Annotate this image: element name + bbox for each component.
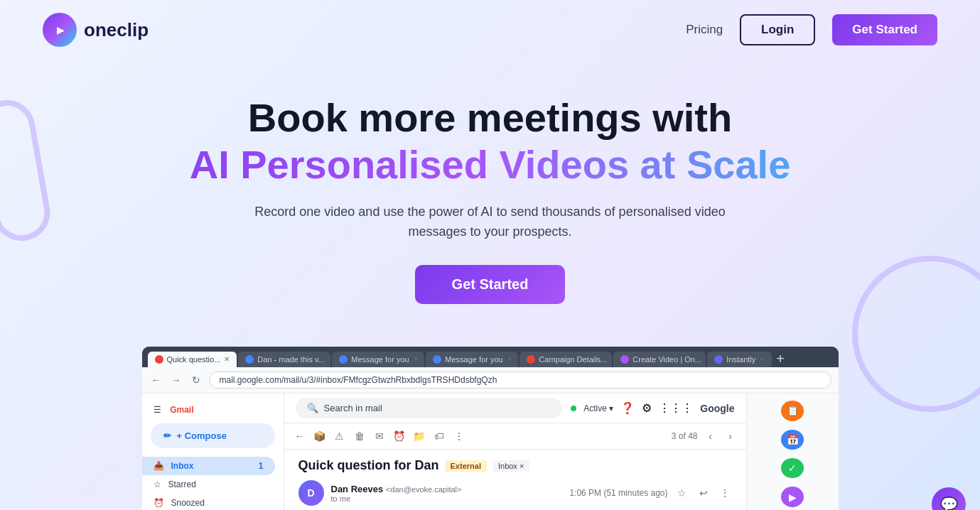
tab-favicon-2 [339,355,348,364]
gmail-menu-icon[interactable]: ☰ Gmail [142,399,284,421]
tab-label-0: Quick questio... [167,355,221,364]
logo-area[interactable]: oneclip [43,13,149,47]
apps-icon[interactable]: ⋮⋮⋮ [659,401,693,415]
tab-close-6[interactable]: ✕ [759,355,765,363]
tab-close-2[interactable]: ✕ [413,355,419,363]
gmail-content: ☰ Gmail ✏ + Compose 📥 Inbox 1 ☆ Starred … [142,394,839,510]
back-arrow-icon[interactable]: ← [293,429,307,443]
settings-icon[interactable]: ⚙ [642,401,652,415]
pricing-link[interactable]: Pricing [686,23,723,37]
status-dot [571,406,576,411]
browser-nav-bar: ← → ↻ mail.google.com/mail/u/3/#inbox/FM… [142,367,839,394]
tab-label-2: Message for you [351,355,409,364]
email-subject-row: Quick question for Dan External Inbox × [298,458,732,473]
back-button[interactable]: ← [149,373,163,387]
sender-row: D Dan Reeves <dan@evoke.capital> to me 1… [298,480,732,506]
email-icon[interactable]: ✉ [372,429,387,443]
tab-label-5: Create Video | On... [632,355,701,364]
tab-favicon-6 [714,355,723,364]
compose-icon: ✏ [163,430,171,441]
browser-tab-1[interactable]: Dan - made this v... ✕ [238,352,330,367]
email-pagination: 3 of 48 [672,431,698,441]
email-subject: Quick question for Dan [298,458,439,473]
new-tab-button[interactable]: + [773,351,787,367]
next-email-button[interactable]: › [723,429,738,443]
gmail-search-bar[interactable]: 🔍 Search in mail [296,398,563,418]
compose-button[interactable]: ✏ + Compose [151,423,275,448]
gmail-sidebar: ☰ Gmail ✏ + Compose 📥 Inbox 1 ☆ Starred … [142,394,284,510]
tab-close-3[interactable]: ✕ [507,355,512,363]
label-icon[interactable]: 🏷 [432,429,446,443]
browser-tab-3[interactable]: Message for you ✕ [426,352,518,367]
gmail-email-toolbar: ← 📦 ⚠ 🗑 ✉ ⏰ 📁 🏷 ⋮ 3 of 48 ‹ › [284,423,746,450]
tab-favicon-0 [155,355,163,364]
hero-cta-button[interactable]: Get Started [415,265,566,304]
tab-label-4: Campaign Details... [539,355,607,364]
status-text: Active ▾ [583,403,613,413]
refresh-button[interactable]: ↻ [189,373,203,387]
tab-label-1: Dan - made this v... [257,355,325,364]
reply-icon[interactable]: ↩ [696,486,711,500]
prev-email-button[interactable]: ‹ [704,429,718,443]
hero-title-line1: Book more meetings with [14,95,966,141]
browser-tab-0[interactable]: Quick questio... ✕ [148,352,237,367]
more-email-icon[interactable]: ⋮ [718,486,732,500]
move-icon[interactable]: 📁 [412,429,426,443]
sender-name: Dan Reeves <dan@evoke.capital> [331,484,563,494]
help-icon[interactable]: ❓ [620,401,635,415]
chat-button[interactable]: 💬 [932,487,966,510]
url-text: mail.google.com/mail/u/3/#inbox/FMfcgzGt… [220,375,497,385]
browser-tabs-bar: Quick questio... ✕ Dan - made this v... … [142,347,839,367]
hero-subtitle: Record one video and use the power of AI… [235,202,746,243]
navbar: oneclip Pricing Login Get Started [0,0,980,60]
inbox-badge: 1 [259,461,264,471]
browser-chrome: Quick questio... ✕ Dan - made this v... … [142,347,839,510]
more-icon[interactable]: ⋮ [452,429,466,443]
email-view: Quick question for Dan External Inbox × … [284,450,746,510]
browser-tab-2[interactable]: Message for you ✕ [332,352,424,367]
tab-favicon-3 [433,355,441,364]
tab-label-3: Message for you [445,355,502,364]
tab-close-1[interactable]: ✕ [328,355,330,363]
spam-icon[interactable]: ⚠ [333,429,347,443]
snooze-icon[interactable]: ⏰ [392,429,406,443]
browser-tab-4[interactable]: Campaign Details... ✕ [519,352,612,367]
badge-inbox: Inbox × [492,460,529,472]
chat-icon: 💬 [940,496,958,510]
url-bar[interactable]: mail.google.com/mail/u/3/#inbox/FMfcgzGt… [209,371,831,389]
sidebar-item-snoozed[interactable]: ⏰ Snoozed [142,494,275,510]
panel-icon-2[interactable]: 📅 [781,430,804,450]
sidebar-item-inbox[interactable]: 📥 Inbox 1 [142,457,275,475]
email-time: 1:06 PM (51 minutes ago) [569,488,667,498]
forward-button[interactable]: → [169,373,183,387]
logo-icon [43,13,77,47]
browser-tab-5[interactable]: Create Video | On... ✕ [613,352,706,367]
gmail-icons-right: Active ▾ ❓ ⚙ ⋮⋮⋮ Google [571,401,734,415]
badge-external: External [445,460,487,472]
inbox-icon: 📥 [154,461,164,471]
hero-title-line2: AI Personalised Videos at Scale [14,141,966,188]
tab-label-6: Instantly [726,355,755,364]
brand-name: oneclip [84,19,149,41]
sidebar-snoozed-label: Snoozed [171,498,205,508]
google-logo: Google [700,403,734,414]
panel-icon-4[interactable]: ▶ [781,487,804,506]
get-started-nav-button[interactable]: Get Started [832,14,937,45]
sender-email: <dan@evoke.capital> [386,485,462,494]
panel-icon-1[interactable]: 📋 [781,401,804,421]
sidebar-item-starred[interactable]: ☆ Starred [142,475,275,494]
tab-favicon-4 [527,355,535,364]
archive-icon[interactable]: 📦 [313,429,327,443]
gmail-main: 🔍 Search in mail Active ▾ ❓ ⚙ ⋮⋮⋮ Google… [284,394,746,510]
browser-tab-6[interactable]: Instantly ✕ [707,352,772,367]
star-email-icon[interactable]: ☆ [675,486,689,500]
tab-close-5[interactable]: ✕ [705,355,706,363]
sender-avatar: D [298,480,324,506]
gmail-right-panel: 📋 📅 ✓ ▶ 👤 [746,394,839,510]
search-icon: 🔍 [307,403,318,413]
delete-icon[interactable]: 🗑 [352,429,367,443]
login-button[interactable]: Login [740,14,815,45]
tab-close-0[interactable]: ✕ [224,355,230,363]
panel-icon-3[interactable]: ✓ [781,458,804,478]
tab-close-4[interactable]: ✕ [610,355,612,363]
